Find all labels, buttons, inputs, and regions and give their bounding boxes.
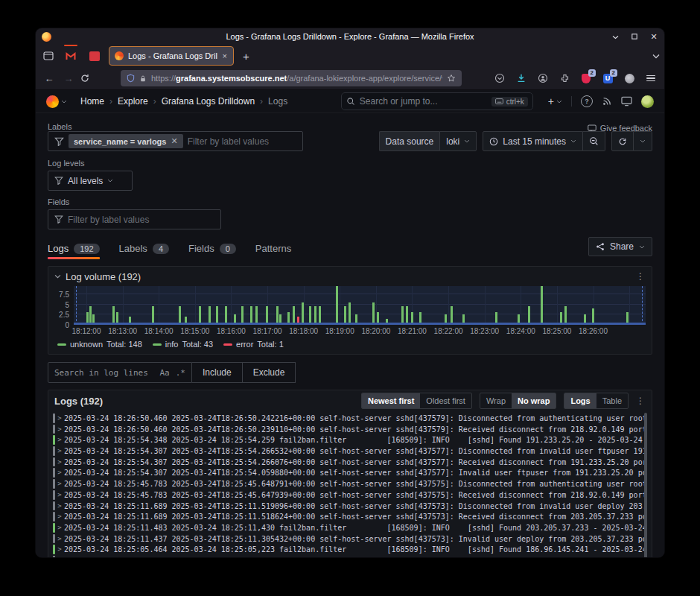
label-filter-chip[interactable]: service_name = varlogs ✕	[69, 134, 183, 148]
window-maximize-button[interactable]	[630, 32, 639, 41]
menu-hamburger-icon[interactable]	[645, 72, 657, 84]
case-sensitive-toggle[interactable]: Aa	[160, 368, 170, 378]
tab-fields[interactable]: Fields0	[188, 243, 236, 259]
new-tab-button[interactable]: +	[238, 50, 254, 63]
toggle-wrap[interactable]: Wrap	[480, 393, 512, 408]
plot-area[interactable]	[74, 286, 646, 325]
legend-item-error[interactable]: errorTotal: 1	[223, 340, 284, 349]
collapse-chevron-icon[interactable]	[54, 274, 61, 279]
log-expand-icon[interactable]: >	[55, 533, 64, 545]
log-row[interactable]: >2025-03-24 18:25:05.464 2025-03-24 18:2…	[53, 544, 647, 555]
legend-item-unknown[interactable]: unknownTotal: 148	[57, 340, 142, 349]
toggle-table[interactable]: Table	[596, 393, 628, 408]
share-button[interactable]: Share	[588, 237, 652, 256]
log-row[interactable]: >2025-03-24 18:26:50.460 2025-03-24T18:2…	[53, 413, 647, 424]
log-row[interactable]: >2025-03-24 18:25:54.307 2025-03-24T18:2…	[53, 446, 647, 457]
log-expand-icon[interactable]: >	[55, 489, 64, 501]
downloads-icon[interactable]	[515, 72, 527, 84]
log-expand-icon[interactable]: >	[55, 478, 64, 489]
toggle-oldest-first[interactable]: Oldest first	[420, 393, 471, 408]
log-row[interactable]: >2025-03-24 18:25:05.171 2025-03-24T18:2…	[53, 555, 647, 557]
time-range-picker[interactable]: Last 15 minutes	[483, 131, 583, 151]
log-expand-icon[interactable]: >	[55, 413, 64, 424]
volume-bar	[445, 314, 447, 323]
back-button[interactable]: ←	[42, 73, 57, 84]
breadcrumb-item-logs[interactable]: Logs	[268, 96, 287, 107]
filter-funnel-icon	[54, 177, 63, 185]
browser-titlebar[interactable]: Logs - Grafana Logs Drilldown - Explore …	[36, 28, 664, 45]
include-button[interactable]: Include	[192, 363, 242, 382]
log-expand-icon[interactable]: >	[55, 511, 64, 522]
avatar[interactable]	[641, 95, 654, 108]
new-dropdown-button[interactable]: +	[548, 95, 562, 107]
log-row[interactable]: >2025-03-24 18:25:11.437 2025-03-24T18:2…	[53, 533, 647, 545]
tab-close-icon[interactable]: ×	[222, 51, 228, 60]
log-expand-icon[interactable]: >	[55, 522, 64, 533]
tab-logs[interactable]: Logs192	[48, 243, 100, 259]
log-expand-icon[interactable]: >	[55, 501, 64, 512]
firefox-view-button[interactable]	[40, 48, 57, 64]
extensions-puzzle-icon[interactable]	[559, 72, 570, 84]
log-row[interactable]: >2025-03-24 18:25:11.689 2025-03-24T18:2…	[53, 511, 647, 522]
log-row[interactable]: >2025-03-24 18:25:45.783 2025-03-24T18:2…	[53, 489, 647, 501]
window-minimize-button[interactable]	[611, 32, 620, 41]
chip-remove-icon[interactable]: ✕	[171, 136, 177, 146]
log-expand-icon[interactable]: >	[55, 424, 64, 435]
pocket-icon[interactable]	[494, 72, 506, 84]
log-line-search-input[interactable]: Search in log lines Aa .*	[48, 362, 192, 383]
toggle-logs[interactable]: Logs	[564, 393, 596, 408]
regex-toggle[interactable]: .*	[176, 368, 185, 378]
refresh-interval-dropdown[interactable]	[634, 131, 652, 151]
breadcrumb-item-grafana-logs-drilldown[interactable]: Grafana Logs Drilldown	[162, 96, 255, 107]
list-all-tabs-button[interactable]	[652, 54, 660, 59]
log-row[interactable]: >2025-03-24 18:26:50.460 2025-03-24T18:2…	[53, 424, 647, 435]
log-row[interactable]: >2025-03-24 18:25:54.307 2025-03-24T18:2…	[53, 457, 647, 468]
datasource-picker[interactable]: loki	[439, 131, 477, 151]
tab-patterns[interactable]: Patterns	[255, 243, 291, 259]
panel-menu-icon[interactable]: ⋮	[636, 271, 646, 282]
log-row[interactable]: >2025-03-24 18:25:11.483 2025-03-24 18:2…	[53, 522, 647, 533]
account-icon[interactable]	[537, 72, 549, 84]
toggle-newest-first[interactable]: Newest first	[362, 393, 420, 408]
search-input[interactable]: Search or jump to... ctrl+k	[341, 92, 533, 110]
extension-blue-icon[interactable]: U 2	[602, 72, 614, 84]
extension-grey-icon[interactable]	[623, 72, 635, 84]
log-levels-dropdown[interactable]: All levels	[48, 171, 133, 191]
extension-red-icon[interactable]: 2	[580, 72, 592, 84]
pinned-tab-app[interactable]	[85, 47, 104, 65]
log-row[interactable]: >2025-03-24 18:25:54.307 2025-03-24T18:2…	[53, 467, 647, 478]
pinned-tab-gmail[interactable]	[61, 47, 80, 65]
log-row[interactable]: >2025-03-24 18:25:54.348 2025-03-24 18:2…	[53, 434, 647, 446]
refresh-button[interactable]	[611, 131, 634, 151]
volume-bar	[626, 312, 629, 323]
log-row[interactable]: >2025-03-24 18:25:45.783 2025-03-24T18:2…	[53, 478, 647, 489]
news-icon[interactable]	[602, 96, 612, 107]
log-expand-icon[interactable]: >	[55, 555, 64, 557]
breadcrumb-item-explore[interactable]: Explore	[118, 96, 148, 107]
active-tab[interactable]: Logs - Grafana Logs Drilldow ×	[109, 46, 234, 66]
breadcrumb-item-home[interactable]: Home	[80, 96, 104, 107]
fields-filter-input[interactable]: Filter by label values	[48, 209, 221, 229]
log-expand-icon[interactable]: >	[55, 434, 64, 446]
label-filter-input[interactable]: service_name = varlogs ✕ Filter by label…	[48, 131, 303, 151]
tab-labels[interactable]: Labels4	[119, 243, 169, 259]
bookmark-star-icon[interactable]	[447, 74, 456, 83]
log-expand-icon[interactable]: >	[55, 457, 64, 468]
exclude-button[interactable]: Exclude	[242, 363, 296, 382]
zoom-out-button[interactable]	[583, 131, 605, 151]
log-expand-icon[interactable]: >	[55, 544, 64, 555]
logs-menu-icon[interactable]: ⋮	[636, 396, 646, 406]
help-icon[interactable]: ?	[581, 95, 593, 107]
log-expand-icon[interactable]: >	[55, 467, 64, 478]
window-close-button[interactable]: ✕	[649, 32, 658, 41]
url-field[interactable]: https://grafana.systemsobscure.net/a/gra…	[121, 70, 462, 86]
reload-button[interactable]	[80, 74, 95, 83]
toggle-no-wrap[interactable]: No wrap	[512, 393, 556, 408]
log-expand-icon[interactable]: >	[55, 446, 64, 457]
logs-scrollbar[interactable]	[644, 413, 647, 557]
log-row[interactable]: >2025-03-24 18:25:11.689 2025-03-24T18:2…	[53, 501, 647, 512]
monitor-icon[interactable]	[621, 96, 632, 107]
forward-button[interactable]: →	[61, 73, 76, 84]
legend-item-info[interactable]: infoTotal: 43	[153, 340, 213, 349]
grafana-logo-menu[interactable]	[46, 95, 67, 108]
